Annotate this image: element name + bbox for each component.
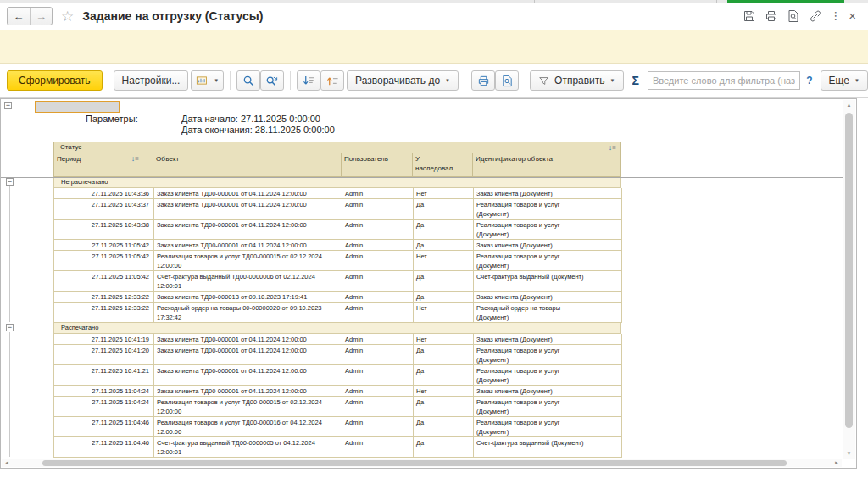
find-next-button[interactable] — [260, 70, 284, 91]
table-row[interactable]: 27.11.2025 11:05:42Заказ клиента ТД00-00… — [54, 240, 621, 251]
identifier-line: Счет-фактура выданный (Документ) — [476, 438, 619, 447]
scroll-left-icon[interactable]: ◄ — [2, 459, 12, 467]
preview-icon[interactable] — [786, 8, 800, 23]
identifier-line: Заказ клиента (Документ) — [476, 292, 619, 302]
table-row[interactable]: 27.11.2025 11:05:42Счет-фактура выданный… — [54, 271, 621, 292]
table-row[interactable]: 27.11.2025 11:04:24Заказ клиента ТД00-00… — [54, 386, 621, 397]
report-variants-button[interactable]: ▼ — [191, 70, 224, 91]
column-header-2[interactable]: Пользователь — [342, 153, 413, 177]
parameter-value: Дата окончания: 28.11.2025 0:00:00 — [181, 125, 335, 135]
cell-user: Admin — [342, 417, 414, 437]
autosum-button[interactable]: Σ — [627, 70, 644, 91]
send-button[interactable]: Отправить ▼ — [530, 70, 623, 91]
table-row[interactable]: 27.11.2025 11:05:42Реализация товаров и … — [54, 251, 621, 271]
settings-button[interactable]: Настройки... — [114, 70, 189, 91]
help-icon[interactable]: ? — [806, 75, 812, 86]
column-header-label: У — [415, 154, 470, 164]
send-label: Отправить — [554, 75, 605, 86]
collapse-all-button[interactable] — [297, 70, 320, 91]
find-button[interactable] — [236, 70, 260, 91]
cell-inherited: Нет — [414, 188, 474, 199]
expand-to-button[interactable]: Разворачивать до ▼ — [347, 70, 459, 91]
table-row[interactable]: 27.11.2025 10:41:21Заказ клиента ТД00-00… — [54, 365, 621, 386]
object-line: Реализация товаров и услуг ТД00-000015 о… — [157, 252, 339, 261]
word-filter-input[interactable] — [648, 71, 800, 90]
status-band[interactable]: Статус ↓ — [53, 142, 621, 153]
forward-icon[interactable]: → — [30, 8, 52, 25]
group-row[interactable]: −Распечатано — [54, 323, 621, 334]
cell-object: Реализация товаров и услуг ТД00-000015 о… — [154, 397, 342, 417]
cell-object: Заказ клиента ТД00-000001 от 04.11.2024 … — [154, 345, 342, 365]
object-line: Счет-фактура выданный ТД00-0000006 от 02… — [157, 272, 339, 281]
search-icon — [242, 75, 255, 87]
cell-object: Заказ клиента ТД00-000001 от 04.11.2024 … — [154, 334, 342, 345]
cell-inherited: Да — [414, 199, 474, 220]
scroll-up-icon[interactable]: ▲ — [843, 100, 855, 111]
column-header-1[interactable]: Объект — [153, 153, 342, 177]
table-row[interactable]: 27.11.2025 11:04:24Реализация товаров и … — [54, 397, 621, 417]
favorite-star-icon[interactable]: ☆ — [61, 8, 74, 25]
column-header-0[interactable]: Период↓ — [53, 153, 153, 177]
group-row[interactable]: −Не распечатано — [54, 177, 621, 188]
cell-object: Заказ клиента ТД00-000001 от 04.11.2024 … — [154, 188, 342, 199]
cell-user: Admin — [342, 240, 414, 251]
object-line: Реализация товаров и услуг ТД00-000015 о… — [157, 397, 339, 407]
vertical-scroll-thumb[interactable] — [845, 113, 853, 428]
more-menu-icon[interactable]: ⋮ — [830, 9, 841, 22]
table-row[interactable]: 27.11.2025 11:04:46Счет-фактура выданный… — [54, 437, 621, 458]
group-label: Распечатано — [54, 323, 620, 333]
print-button[interactable] — [471, 70, 495, 91]
cell-identifier: Реализация товаров и услуг(Документ) — [474, 417, 622, 437]
parameters-label: Параметры: — [86, 114, 138, 124]
expand-all-button[interactable] — [320, 70, 344, 91]
table-row[interactable]: 27.11.2025 10:43:36Заказ клиента ТД00-00… — [54, 188, 621, 199]
close-icon[interactable]: × — [849, 8, 856, 23]
back-icon[interactable]: ← — [8, 8, 30, 25]
object-line: 12:00:01 — [157, 447, 339, 457]
tree-line — [8, 110, 8, 136]
expand-to-label: Разворачивать до — [355, 75, 440, 86]
sort-descending-icon[interactable]: ↓ — [609, 143, 616, 153]
expand-groups-icon — [326, 75, 339, 87]
link-icon[interactable] — [808, 8, 822, 23]
table-row[interactable]: 27.11.2025 10:43:37Заказ клиента ТД00-00… — [54, 199, 621, 220]
table-row[interactable]: 27.11.2025 12:33:22Заказ клиента ТД00-00… — [54, 292, 621, 303]
cell-identifier: Расходный ордер на товары(Документ) — [474, 303, 622, 323]
print-preview-button[interactable] — [495, 70, 519, 91]
print-icon[interactable] — [764, 8, 778, 23]
column-header-3[interactable]: Унаследовал — [413, 153, 473, 177]
more-button[interactable]: Еще ▼ — [821, 70, 868, 91]
horizontal-scrollbar[interactable]: ◄ ► — [2, 459, 842, 467]
cell-user: Admin — [342, 199, 414, 220]
table-row[interactable]: 27.11.2025 10:43:38Заказ клиента ТД00-00… — [54, 220, 621, 240]
cell-period: 27.11.2025 10:43:36 — [54, 188, 154, 199]
collapse-group-icon[interactable]: − — [6, 324, 14, 331]
collapse-group-icon[interactable]: − — [6, 178, 14, 186]
generate-button[interactable]: Сформировать — [7, 70, 103, 91]
dropdown-icon: ▼ — [610, 78, 615, 83]
save-icon[interactable] — [742, 8, 756, 23]
scroll-down-icon[interactable]: ▼ — [843, 448, 855, 459]
report-toolbar: Сформировать Настройки... ▼ Разворачиват… — [0, 64, 868, 98]
scroll-right-icon[interactable]: ► — [832, 459, 842, 467]
cell-inherited: Да — [414, 417, 474, 437]
table-row[interactable]: 27.11.2025 11:04:46Реализация товаров и … — [54, 417, 621, 437]
identifier-line: (Документ) — [476, 209, 619, 219]
sort-descending-icon[interactable]: ↓ — [131, 154, 139, 164]
object-line: Реализация товаров и услуг ТД00-000016 о… — [157, 418, 339, 427]
table-row[interactable]: 27.11.2025 10:41:20Заказ клиента ТД00-00… — [54, 345, 621, 365]
horizontal-scroll-thumb[interactable] — [42, 460, 787, 466]
cell-object: Заказ клиента ТД00-000013 от 09.10.2023 … — [154, 292, 342, 303]
object-line: Расходный ордер на товары 00-00000020 от… — [157, 303, 339, 313]
table-row[interactable]: 27.11.2025 10:41:19Заказ клиента ТД00-00… — [54, 334, 621, 345]
table-row[interactable]: 27.11.2025 12:33:22Расходный ордер на то… — [54, 303, 621, 323]
selected-cell[interactable] — [35, 101, 120, 113]
report-variant-icon — [196, 75, 209, 86]
collapse-report-icon[interactable]: − — [4, 102, 12, 109]
cell-identifier: Реализация товаров и услуг(Документ) — [474, 397, 622, 417]
cell-user: Admin — [342, 220, 414, 240]
identifier-line: Реализация товаров и услуг — [476, 252, 619, 261]
vertical-scrollbar[interactable]: ▲ ▼ — [843, 100, 855, 459]
cell-object: Заказ клиента ТД00-000001 от 04.11.2024 … — [154, 386, 342, 397]
column-header-4[interactable]: Идентификатор объекта — [473, 153, 621, 177]
